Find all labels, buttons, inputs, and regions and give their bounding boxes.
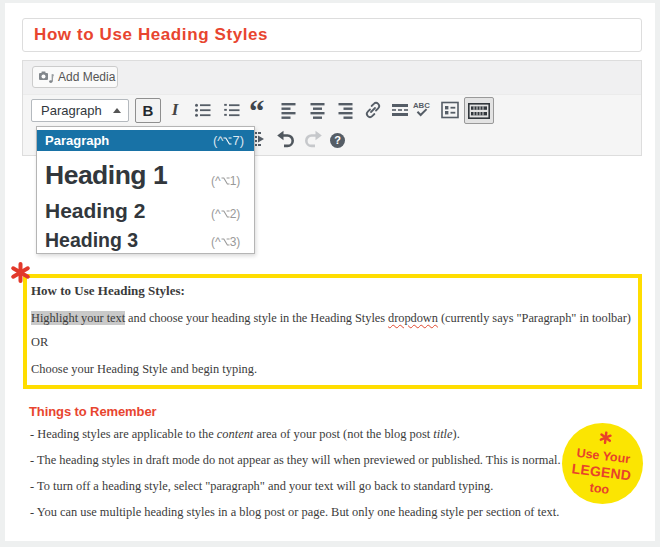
svg-text:ABC: ABC bbox=[413, 101, 430, 110]
